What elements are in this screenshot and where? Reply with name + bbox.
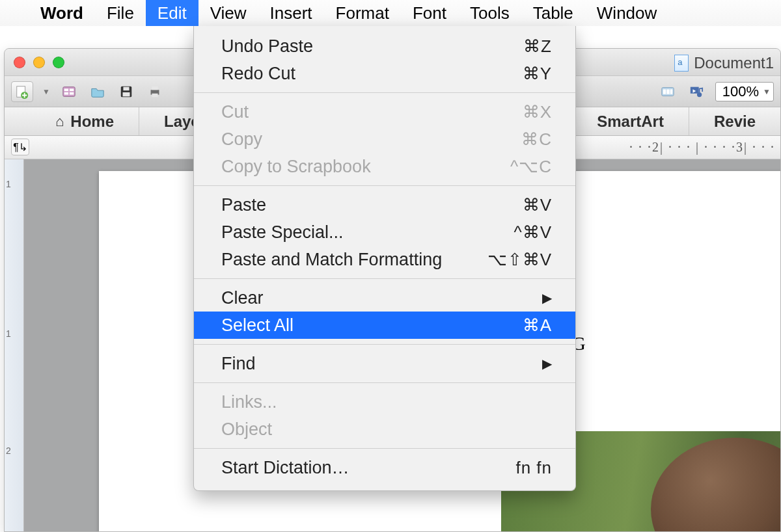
photo-subject-head: [651, 438, 781, 532]
tab-review[interactable]: Revie: [689, 107, 780, 135]
new-document-button[interactable]: [11, 81, 33, 102]
submenu-arrow-icon: ▶: [542, 287, 552, 309]
menu-item-shortcut: ⌘Y: [523, 62, 552, 85]
horizontal-ruler-fragment: · · ·2| · · · | · · · ·3| · · ·: [629, 140, 775, 155]
menubar-view[interactable]: View: [199, 0, 258, 26]
menu-item-shortcut: ^⌘V: [514, 221, 552, 243]
floppy-disk-icon: [119, 85, 133, 99]
menu-item-object: Object: [194, 416, 575, 443]
menubar-file[interactable]: File: [95, 0, 146, 26]
menu-item-undo-paste[interactable]: Undo Paste⌘Z: [194, 33, 575, 60]
menu-item-label: Clear: [221, 287, 264, 309]
menu-item-label: Object: [221, 418, 272, 440]
traffic-zoom-icon[interactable]: [53, 57, 64, 68]
menu-separator: [194, 448, 575, 449]
menubar-tools[interactable]: Tools: [458, 0, 521, 26]
submenu-arrow-icon: ▶: [542, 352, 552, 375]
menu-separator: [194, 278, 575, 279]
menubar-insert[interactable]: Insert: [258, 0, 324, 26]
menu-item-label: Copy: [221, 128, 262, 150]
menu-item-label: Copy to Scrapbook: [221, 155, 371, 178]
menu-item-label: Find: [221, 352, 256, 375]
svg-rect-5: [64, 92, 68, 94]
menubar-font[interactable]: Font: [401, 0, 458, 26]
menu-item-find[interactable]: Find▶: [194, 350, 575, 377]
menu-item-shortcut: ^⌥C: [510, 155, 552, 178]
menu-item-start-dictation[interactable]: Start Dictation…fn fn: [194, 454, 575, 481]
save-button[interactable]: [116, 81, 136, 102]
menu-item-paste-special[interactable]: Paste Special...^⌘V: [194, 219, 575, 246]
menu-item-select-all[interactable]: Select All⌘A: [194, 312, 575, 339]
zoom-control[interactable]: 100% ▼: [715, 82, 774, 101]
gallery-button[interactable]: [658, 81, 678, 102]
menubar-edit[interactable]: Edit: [146, 0, 199, 26]
menu-item-shortcut: ⌘Z: [523, 35, 552, 57]
menu-item-shortcut: ⌘A: [523, 314, 552, 336]
svg-rect-8: [123, 86, 129, 90]
menu-item-shortcut: ⌘C: [521, 128, 552, 150]
menu-item-label: Redo Cut: [221, 62, 295, 85]
menu-item-redo-cut[interactable]: Redo Cut⌘Y: [194, 60, 575, 87]
menubar-window[interactable]: Window: [585, 0, 668, 26]
svg-rect-4: [70, 88, 74, 91]
ruler-tick: 1: [6, 328, 11, 339]
vertical-ruler: 1 1 2: [5, 159, 24, 531]
paragraph-direction-button[interactable]: ¶↳: [11, 139, 29, 155]
menu-item-label: Start Dictation…: [221, 457, 349, 479]
templates-button[interactable]: [59, 81, 79, 102]
window-title: Document1: [694, 54, 774, 72]
gallery-icon: [661, 85, 675, 99]
print-button[interactable]: [145, 81, 165, 102]
svg-rect-6: [70, 92, 74, 94]
menu-item-label: Undo Paste: [221, 35, 313, 57]
svg-rect-3: [64, 88, 68, 91]
chevron-down-icon: ▼: [763, 87, 771, 96]
menu-item-shortcut: ⌥⇧⌘V: [487, 248, 552, 271]
menubar-format[interactable]: Format: [324, 0, 401, 26]
menu-separator: [194, 185, 575, 186]
svg-rect-17: [691, 86, 699, 93]
tab-smartart[interactable]: SmartArt: [572, 107, 689, 135]
ruler-tick: 2: [6, 446, 11, 456]
svg-rect-15: [666, 89, 670, 94]
menu-item-copy: Copy⌘C: [194, 126, 575, 153]
menu-separator: [194, 344, 575, 345]
traffic-minimize-icon[interactable]: [33, 57, 45, 68]
menu-separator: [194, 92, 575, 93]
edit-dropdown-menu: Undo Paste⌘ZRedo Cut⌘YCut⌘XCopy⌘CCopy to…: [193, 26, 576, 491]
menu-item-label: Paste: [221, 194, 266, 216]
media-button[interactable]: [687, 81, 706, 102]
menu-item-label: Paste Special...: [221, 221, 344, 243]
menu-item-shortcut: fn fn: [515, 457, 552, 479]
menubar-app[interactable]: Word: [29, 0, 95, 26]
menu-item-shortcut: ⌘X: [523, 101, 552, 123]
printer-icon: [148, 85, 162, 99]
svg-rect-9: [122, 92, 130, 96]
templates-icon: [62, 85, 76, 99]
menu-item-cut: Cut⌘X: [194, 98, 575, 126]
tab-home[interactable]: Home: [31, 107, 139, 135]
menu-item-label: Cut: [221, 101, 249, 123]
menubar-table[interactable]: Table: [521, 0, 585, 26]
menu-item-label: Select All: [221, 314, 294, 336]
menu-item-label: Links...: [221, 391, 277, 413]
menu-item-paste[interactable]: Paste⌘V: [194, 191, 575, 219]
document-file-icon: [674, 55, 689, 72]
zoom-value: 100%: [722, 83, 759, 100]
menu-item-clear[interactable]: Clear▶: [194, 284, 575, 312]
svg-rect-11: [152, 86, 158, 90]
menu-item-copy-to-scrapbook: Copy to Scrapbook^⌥C: [194, 153, 575, 180]
new-page-icon: [15, 85, 29, 99]
folder-open-icon: [90, 85, 105, 99]
menu-separator: [194, 382, 575, 383]
media-icon: [689, 85, 704, 99]
svg-rect-16: [670, 89, 672, 94]
svg-rect-14: [663, 89, 666, 94]
open-button[interactable]: [88, 81, 107, 102]
svg-rect-2: [63, 86, 75, 96]
menu-item-paste-and-match-formatting[interactable]: Paste and Match Formatting⌥⇧⌘V: [194, 246, 575, 273]
ruler-tick: 1: [6, 179, 11, 189]
traffic-close-icon[interactable]: [14, 57, 25, 68]
menu-item-shortcut: ⌘V: [523, 194, 552, 216]
svg-point-18: [697, 92, 702, 96]
